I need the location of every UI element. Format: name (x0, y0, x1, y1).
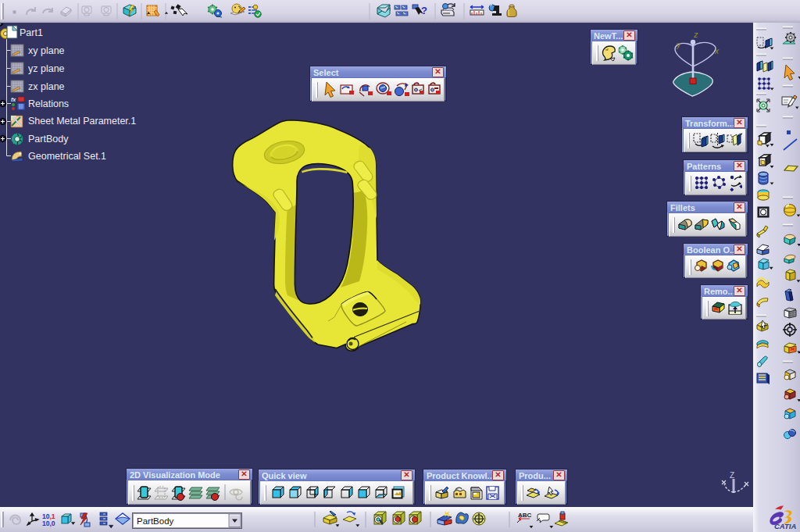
svg-text:x: x (714, 47, 720, 55)
svg-text:fx: fx (11, 97, 16, 102)
svg-text:10,0: 10,0 (42, 520, 55, 527)
svg-text:CATIA: CATIA (774, 522, 796, 530)
svg-text:?: ? (421, 5, 427, 16)
svg-text:z: z (693, 30, 698, 39)
svg-text:PartBody: PartBody (137, 516, 174, 526)
svg-text:y: y (676, 41, 681, 49)
svg-text:Z: Z (730, 471, 734, 480)
